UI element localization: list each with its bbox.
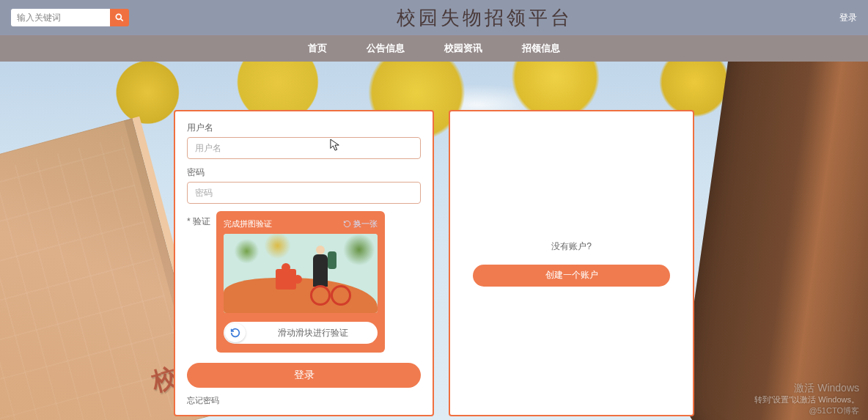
login-button[interactable]: 登录: [187, 363, 421, 388]
captcha-title: 完成拼图验证: [224, 218, 272, 229]
verify-row: * 验证 完成拼图验证 换一张: [187, 211, 421, 353]
watermark-line3: @51CTO博客: [754, 405, 860, 416]
nav-lost-found[interactable]: 招领信息: [522, 42, 560, 55]
forgot-password-link[interactable]: 忘记密码: [187, 395, 219, 406]
site-title: 校园失物招领平台: [129, 5, 839, 31]
watermark: 激活 Windows 转到"设置"以激活 Windows。 @51CTO博客: [754, 381, 860, 416]
search-wrap: [11, 9, 129, 26]
puzzle-piece-icon: [276, 269, 296, 290]
person-illustration: [313, 254, 328, 287]
watermark-line1: 激活 Windows: [754, 381, 860, 394]
content-area: 用户名 密码 * 验证 完成拼图验证 换一张: [0, 62, 868, 416]
password-input[interactable]: [187, 182, 421, 204]
nav-campus-news[interactable]: 校园资讯: [444, 42, 482, 55]
no-account-text: 没有账户?: [551, 240, 592, 253]
captcha-refresh[interactable]: 换一张: [343, 218, 378, 229]
bicycle-illustration: [310, 285, 351, 306]
create-account-button[interactable]: 创建一个账户: [473, 265, 670, 287]
refresh-icon: [343, 220, 351, 228]
reload-icon: [229, 327, 241, 339]
watermark-line2: 转到"设置"以激活 Windows。: [754, 394, 860, 405]
navbar: 首页 公告信息 校园资讯 招领信息: [0, 35, 868, 62]
slide-hint: 滑动滑块进行验证: [278, 327, 348, 339]
login-link[interactable]: 登录: [839, 12, 857, 24]
captcha-image[interactable]: [224, 234, 378, 313]
slide-handle[interactable]: [225, 323, 246, 342]
search-icon: [114, 12, 125, 23]
topbar: 校园失物招领平台 登录: [0, 0, 868, 35]
login-panel: 用户名 密码 * 验证 完成拼图验证 换一张: [174, 110, 434, 416]
slide-track[interactable]: 滑动滑块进行验证: [224, 322, 378, 344]
svg-point-0: [116, 14, 121, 19]
username-input[interactable]: [187, 137, 421, 159]
password-label: 密码: [187, 166, 421, 179]
captcha-box: 完成拼图验证 换一张: [216, 211, 385, 353]
search-input[interactable]: [11, 9, 110, 26]
search-button[interactable]: [110, 9, 129, 26]
signup-panel: 没有账户? 创建一个账户: [449, 110, 694, 416]
nav-announcements[interactable]: 公告信息: [367, 42, 405, 55]
nav-home[interactable]: 首页: [308, 42, 327, 55]
username-label: 用户名: [187, 122, 421, 134]
captcha-refresh-label: 换一张: [353, 218, 378, 229]
verify-label: * 验证: [187, 211, 210, 228]
